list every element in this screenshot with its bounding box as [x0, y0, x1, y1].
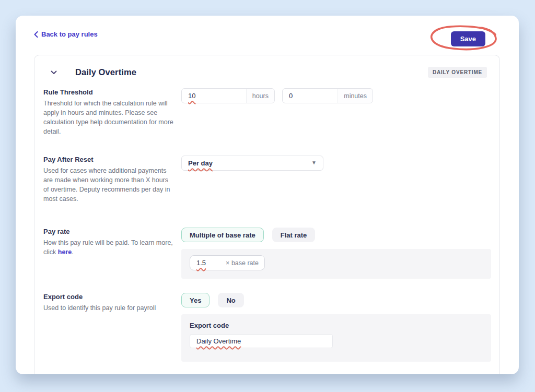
base-rate-suffix-label: × base rate — [220, 256, 264, 270]
export-code-panel: Export code Daily Overtime — [181, 314, 491, 362]
pay-rate-controls: Multiple of base rate Flat rate 1.5 × ba… — [181, 228, 491, 279]
save-button[interactable]: Save — [451, 31, 485, 46]
section-header: Daily Overtime DAILY OVERTIME — [43, 55, 491, 81]
caret-down-icon: ▼ — [311, 160, 317, 165]
pay-rate-label-col: Pay rate How this pay rule will be paid.… — [43, 228, 181, 279]
pay-rate-label: Pay rate — [43, 228, 181, 235]
threshold-minutes-field[interactable]: 0 minutes — [282, 88, 373, 103]
rule-threshold-label-col: Rule Threshold Threshold for which the c… — [43, 88, 181, 137]
export-code-controls: Yes No Export code Daily Overtime — [181, 293, 491, 362]
threshold-hours-field[interactable]: 10 hours — [181, 88, 275, 103]
section-title: Daily Overtime — [75, 67, 136, 77]
threshold-hours-text: 10 — [188, 92, 195, 100]
pay-after-reset-selected-value: Per day — [188, 159, 213, 167]
export-code-description: Used to identify this pay rule for payro… — [43, 303, 175, 313]
pay-after-reset-row: Pay After Reset Used for cases where add… — [43, 156, 491, 204]
export-code-row: Export code Used to identify this pay ru… — [43, 293, 491, 362]
flat-rate-button[interactable]: Flat rate — [272, 228, 316, 242]
back-to-pay-rules-link[interactable]: Back to pay rules — [34, 30, 98, 38]
export-code-no-button[interactable]: No — [218, 293, 243, 307]
threshold-minutes-text: 0 — [289, 92, 293, 100]
pay-rule-card: Back to pay rules Save Daily Overtime DA… — [16, 16, 519, 374]
multiplier-value[interactable]: 1.5 — [190, 256, 220, 270]
threshold-hours-value[interactable]: 10 — [182, 89, 246, 103]
rule-threshold-controls: 10 hours 0 minutes — [181, 88, 491, 137]
export-code-panel-label: Export code — [190, 322, 483, 329]
multiplier-panel: 1.5 × base rate — [181, 249, 491, 279]
rule-threshold-row: Rule Threshold Threshold for which the c… — [43, 88, 491, 137]
section-collapse-toggle[interactable] — [48, 68, 60, 77]
export-code-toggle-group: Yes No — [181, 293, 491, 307]
here-link[interactable]: here — [58, 248, 72, 256]
rule-threshold-description: Threshold for which the calculation rule… — [43, 99, 175, 137]
pay-after-reset-label-col: Pay After Reset Used for cases where add… — [43, 156, 181, 204]
rule-threshold-label: Rule Threshold — [43, 88, 181, 96]
export-code-input-value: Daily Overtime — [196, 337, 241, 345]
card-topbar: Back to pay rules Save — [34, 27, 500, 46]
export-code-label-col: Export code Used to identify this pay ru… — [43, 293, 181, 362]
chevron-left-icon — [34, 31, 38, 38]
threshold-minutes-value[interactable]: 0 — [283, 89, 338, 103]
multiple-of-base-rate-button[interactable]: Multiple of base rate — [181, 228, 264, 242]
rule-type-badge: DAILY OVERTIME — [428, 67, 487, 78]
pay-rule-section: Daily Overtime DAILY OVERTIME Rule Thres… — [34, 55, 500, 374]
pay-rate-toggle-group: Multiple of base rate Flat rate — [181, 228, 491, 242]
export-code-label: Export code — [43, 293, 181, 301]
pay-after-reset-description: Used for cases where additional payments… — [43, 166, 175, 204]
export-code-input[interactable]: Daily Overtime — [190, 334, 333, 348]
hours-suffix-label: hours — [246, 89, 274, 103]
multiplier-text: 1.5 — [196, 259, 206, 267]
multiplier-field[interactable]: 1.5 × base rate — [190, 255, 265, 270]
pay-after-reset-label: Pay After Reset — [43, 156, 181, 163]
pay-after-reset-select[interactable]: Per day ▼ — [181, 156, 323, 171]
pay-rate-description-period: . — [72, 248, 73, 256]
pay-rate-row: Pay rate How this pay rule will be paid.… — [43, 228, 491, 279]
back-link-label: Back to pay rules — [41, 30, 98, 38]
pay-after-reset-controls: Per day ▼ — [181, 156, 491, 204]
save-area: Save — [418, 21, 497, 53]
chevron-down-icon — [51, 70, 57, 75]
minutes-suffix-label: minutes — [338, 89, 373, 103]
pay-rate-description: How this pay rule will be paid. To learn… — [43, 238, 175, 257]
export-code-yes-button[interactable]: Yes — [181, 293, 210, 307]
